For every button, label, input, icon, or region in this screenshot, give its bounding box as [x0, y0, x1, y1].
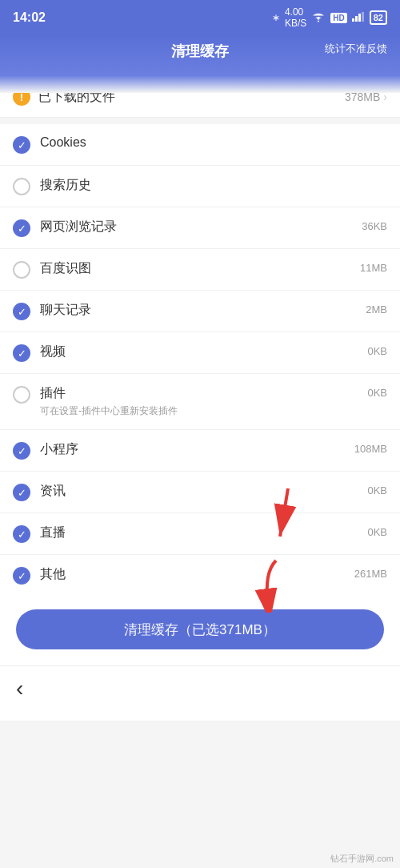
svg-rect-2: [358, 14, 361, 22]
signal-icon: [352, 12, 365, 24]
item-text-group: 聊天记录: [40, 302, 91, 319]
item-size: 0KB: [367, 484, 387, 496]
item-text-group: 插件 可在设置-插件中心重新安装插件: [40, 385, 178, 418]
bluetooth-icon: ∗: [272, 12, 280, 23]
checkbox-checked-icon[interactable]: ✓: [13, 442, 30, 460]
item-sublabel: 可在设置-插件中心重新安装插件: [40, 404, 178, 418]
list-item[interactable]: ✓ 小程序 108MB: [0, 430, 400, 472]
bottom-section: 清理缓存（已选371MB）: [0, 597, 400, 665]
checkbox-checked-icon[interactable]: ✓: [13, 303, 30, 320]
item-label: 聊天记录: [40, 302, 91, 319]
item-text-group: Cookies: [40, 135, 86, 150]
item-left: ✓ 小程序: [13, 441, 354, 460]
item-size: 108MB: [354, 443, 387, 455]
checkbox-checked-icon[interactable]: ✓: [13, 525, 30, 543]
item-label: 网页浏览记录: [40, 219, 117, 235]
checkbox-checked-icon[interactable]: ✓: [13, 344, 30, 362]
list-item[interactable]: 百度识图 11MB: [0, 249, 400, 291]
clean-cache-button[interactable]: 清理缓存（已选371MB）: [16, 609, 384, 649]
item-label: 百度识图: [40, 260, 91, 277]
network-speed: 4.00KB/S: [285, 6, 306, 29]
svg-rect-3: [362, 12, 364, 22]
item-left: 插件 可在设置-插件中心重新安装插件: [13, 385, 367, 418]
item-size: 2MB: [366, 303, 387, 315]
item-left: 搜索历史: [13, 177, 387, 195]
item-size: 36KB: [362, 220, 387, 232]
red-arrow-icon: [256, 484, 304, 549]
checkbox-checked-icon[interactable]: ✓: [13, 136, 30, 154]
status-icons: ∗ 4.00KB/S HD 82: [272, 6, 387, 29]
item-left: ✓ 直播: [13, 524, 367, 543]
hd-badge: HD: [330, 13, 346, 23]
checkbox-checked-icon[interactable]: ✓: [13, 484, 30, 501]
item-label: 其他: [40, 566, 66, 583]
item-left: ✓ 视频: [13, 344, 367, 362]
item-text-group: 其他: [40, 566, 66, 583]
page-title: 清理缓存: [171, 43, 229, 59]
item-text-group: 直播: [40, 524, 66, 541]
content-area: ! 已下载的文件 378MB › ✓ Cookies 搜索历史: [0, 77, 400, 721]
list-item[interactable]: ✓ 聊天记录 2MB: [0, 291, 400, 332]
status-bar: 14:02 ∗ 4.00KB/S HD 82: [0, 0, 400, 35]
item-text-group: 百度识图: [40, 260, 91, 277]
item-text-group: 网页浏览记录: [40, 219, 117, 235]
list-item[interactable]: 插件 可在设置-插件中心重新安装插件 0KB: [0, 374, 400, 430]
cache-items-list: ✓ Cookies 搜索历史 ✓ 网页浏览记录: [0, 124, 400, 597]
item-text-group: 资讯: [40, 483, 66, 500]
header: 统计不准反馈 清理缓存: [0, 35, 400, 93]
item-text-group: 搜索历史: [40, 177, 91, 194]
item-label: 资讯: [40, 483, 66, 500]
item-label: 直播: [40, 524, 66, 541]
list-item[interactable]: ✓ 网页浏览记录 36KB: [0, 207, 400, 249]
watermark: 钻石手游网.com: [330, 853, 394, 865]
list-item[interactable]: ✓ 直播 0KB: [0, 513, 400, 555]
item-size: 0KB: [367, 345, 387, 357]
item-label: Cookies: [40, 135, 86, 150]
back-button[interactable]: ‹: [16, 676, 23, 701]
item-label: 插件: [40, 385, 178, 402]
list-item[interactable]: ✓ Cookies: [0, 124, 400, 166]
item-left: ✓ 网页浏览记录: [13, 219, 362, 237]
item-left: ✓ Cookies: [13, 135, 387, 154]
item-text-group: 小程序: [40, 441, 78, 458]
svg-rect-1: [355, 16, 358, 22]
item-left: ✓ 聊天记录: [13, 302, 366, 320]
feedback-link[interactable]: 统计不准反馈: [325, 42, 387, 56]
item-label: 视频: [40, 344, 66, 360]
red-arrow-indicator: [248, 557, 288, 613]
checkbox-unchecked-icon[interactable]: [13, 386, 30, 404]
item-label: 搜索历史: [40, 177, 91, 194]
checkbox-checked-icon[interactable]: ✓: [13, 567, 30, 585]
list-item[interactable]: ✓ 资讯 0KB: [0, 472, 400, 513]
item-left: ✓ 资讯: [13, 483, 367, 501]
bottom-nav: ‹: [0, 665, 400, 721]
item-size: 11MB: [360, 262, 387, 274]
checkbox-unchecked-icon[interactable]: [13, 178, 30, 195]
item-size: 0KB: [367, 526, 387, 538]
svg-line-5: [280, 488, 288, 536]
status-time: 14:02: [13, 10, 46, 25]
list-item[interactable]: ✓ 视频 0KB: [0, 332, 400, 374]
item-size: 261MB: [354, 568, 387, 580]
svg-rect-0: [352, 18, 354, 22]
item-left: ✓ 其他: [13, 566, 354, 585]
wifi-icon: [311, 11, 326, 25]
item-text-group: 视频: [40, 344, 66, 360]
battery-icon: 82: [370, 10, 387, 25]
item-size: 0KB: [367, 387, 387, 399]
item-label: 小程序: [40, 441, 78, 458]
checkbox-checked-icon[interactable]: ✓: [13, 219, 30, 237]
list-item[interactable]: ✓ 其他 261MB: [0, 555, 400, 597]
item-left: 百度识图: [13, 260, 360, 279]
checkbox-unchecked-icon[interactable]: [13, 261, 30, 279]
list-item[interactable]: 搜索历史: [0, 166, 400, 207]
